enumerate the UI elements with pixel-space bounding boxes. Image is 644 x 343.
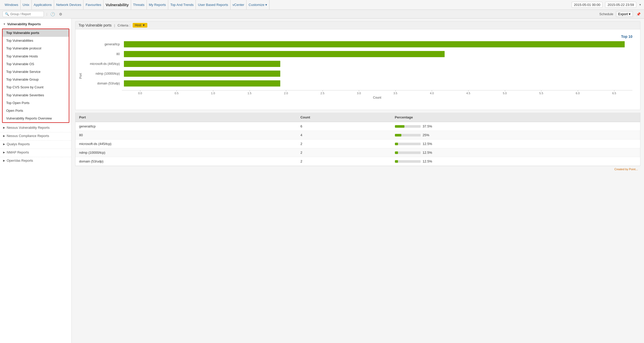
cell-count: 4 — [297, 131, 391, 140]
nav-item-favourites[interactable]: Favourites — [83, 0, 104, 10]
sidebar-item-top-vulnerable-group[interactable]: Top Vulnerable Group — [3, 76, 69, 83]
sidebar-section-nessus-vulnerability-reports[interactable]: ▶Nessus Vulnerability Reports — [0, 124, 71, 131]
pct-bar-cell: 37.5% — [395, 124, 637, 128]
created-by: Created by Point... — [75, 166, 640, 172]
cell-port: 80 — [75, 131, 297, 140]
nav-item-my-reports[interactable]: My Reports — [147, 0, 168, 10]
cell-percentage: 25% — [391, 131, 640, 140]
top10-label: Top 10 — [81, 35, 632, 39]
nav-item-user-based-reports[interactable]: User Based Reports — [196, 0, 230, 10]
bar-label: general/tcp — [82, 42, 122, 46]
x-tick: 0.5 — [158, 92, 195, 95]
top-navigation: WindowsUnixApplicationsNetwork DevicesFa… — [0, 0, 644, 10]
pct-bar-cell: 12.5% — [395, 142, 637, 146]
nav-item-threats[interactable]: Threats — [131, 0, 147, 10]
pin-icon[interactable]: 📌 — [635, 12, 641, 16]
right-actions: Schedule Export ▾ 📌 — [599, 11, 641, 17]
sidebar-item-top-vulnerable-os[interactable]: Top Vulnerable OS — [3, 60, 69, 68]
x-tick: 3.0 — [341, 92, 377, 95]
bar-row: domain (53/udp) — [122, 80, 632, 87]
data-table: PortCountPercentage general/tcp6 37.5% 8… — [75, 113, 640, 166]
bar-label: 80 — [82, 52, 122, 56]
nav-item-top-and-trends[interactable]: Top And Trends — [168, 0, 196, 10]
sidebar-section-qualys-reports[interactable]: ▶Qualys Reports — [0, 140, 71, 148]
nav-item-unix[interactable]: Unix — [21, 0, 32, 10]
table-row: domain (53/udp)2 12.5% — [75, 157, 640, 166]
sidebar-section-openvas-reports[interactable]: ▶OpenVas Reports — [0, 157, 71, 164]
nav-item-customize-▾[interactable]: Customize ▾ — [247, 0, 269, 10]
x-axis-label: Count — [122, 96, 632, 99]
sidebar-section-nmap-reports[interactable]: ▶NMAP Reports — [0, 149, 71, 156]
date-start[interactable]: 2015-05-01 00:00 — [572, 2, 603, 8]
nav-item-vcenter[interactable]: vCenter — [231, 0, 247, 10]
chart-grid: general/tcp 80 microsoft-ds (445/tcp) nd… — [122, 41, 632, 87]
clock-icon[interactable]: 🕐 — [50, 12, 56, 16]
nav-item-vulnerability[interactable]: Vulnerability — [104, 0, 131, 10]
toggle-icon: ▼ — [3, 23, 6, 25]
search-box[interactable]: 🔍 — [3, 11, 44, 17]
schedule-button[interactable]: Schedule — [599, 12, 613, 16]
vulnerability-reports-group: ▼ Vulnerability Reports Top Vulnerable p… — [0, 21, 71, 123]
sidebar-item-top-vulnerable-ports[interactable]: Top Vulnerable ports — [3, 29, 69, 37]
search-icon: 🔍 — [5, 12, 9, 16]
search-input[interactable] — [10, 12, 41, 16]
sidebar-item-top-vulnerable-severities[interactable]: Top Vulnerable Severities — [3, 91, 69, 99]
table-header-percentage: Percentage — [391, 113, 640, 122]
cell-port: ndmp (10000/tcp) — [75, 148, 297, 157]
datetime-dropdown-arrow[interactable]: ▼ — [639, 3, 641, 6]
bar-track — [124, 51, 632, 57]
toggle-icon: ▶ — [3, 134, 5, 137]
pct-bar-fill — [395, 151, 398, 154]
bar-fill — [124, 80, 280, 87]
bar-fill — [124, 41, 625, 47]
x-tick: 1.5 — [231, 92, 268, 95]
table-row: ndmp (10000/tcp)2 12.5% — [75, 148, 640, 157]
x-tick: 4.5 — [450, 92, 487, 95]
sidebar-item-top-vulnerable-service[interactable]: Top Vulnerable Service — [3, 68, 69, 76]
sidebar-item-top-vulnerable-hosts[interactable]: Top Vulnerable Hosts — [3, 53, 69, 60]
vulnerability-reports-list: Top Vulnerable portsTop VulnerabilitiesT… — [2, 29, 69, 123]
chart-section: Top 10 Port general/tcp 80 microsoft-ds … — [75, 29, 640, 110]
sidebar-item-open-ports[interactable]: Open Ports — [3, 107, 69, 115]
export-button[interactable]: Export ▾ — [616, 11, 633, 17]
criteria-value-button[interactable]: Host ▼ — [133, 23, 147, 28]
section-label: Nessus Compliance Reports — [7, 134, 49, 138]
sidebar-item-top-vulnerable-protocol[interactable]: Top Vulnerable protocol — [3, 45, 69, 52]
data-table-section: PortCountPercentage general/tcp6 37.5% 8… — [75, 113, 640, 166]
pct-text: 12.5% — [423, 159, 432, 163]
bar-row: general/tcp — [122, 41, 632, 47]
nav-item-network-devices[interactable]: Network Devices — [54, 0, 84, 10]
pct-text: 12.5% — [423, 151, 432, 155]
pct-bar-track — [395, 160, 421, 163]
x-tick: 4.0 — [414, 92, 450, 95]
sidebar-item-top-open-ports[interactable]: Top Open Ports — [3, 99, 69, 107]
sidebar-item-vulnerability-reports-overview[interactable]: Vulnerability Reports Overview — [3, 115, 69, 122]
nav-item-applications[interactable]: Applications — [32, 0, 54, 10]
sidebar-item-top-cvs-score-by-count[interactable]: Top CVS Score by Count — [3, 83, 69, 91]
cell-percentage: 12.5% — [391, 157, 640, 166]
cell-count: 2 — [297, 148, 391, 157]
cell-port: general/tcp — [75, 122, 297, 131]
sidebar-item-top-vulnerabilities[interactable]: Top Vulnerabilities — [3, 37, 69, 45]
pct-bar-track — [395, 134, 421, 136]
toggle-icon: ▶ — [3, 143, 5, 145]
criteria-label: Criteria : — [117, 23, 130, 27]
separator: | — [114, 23, 115, 27]
pct-bar-fill — [395, 160, 398, 163]
x-tick: 5.5 — [523, 92, 560, 95]
table-header: PortCountPercentage — [75, 113, 640, 122]
sidebar-section-nessus-compliance-reports[interactable]: ▶Nessus Compliance Reports — [0, 132, 71, 139]
table-header-port: Port — [75, 113, 297, 122]
cell-count: 6 — [297, 122, 391, 131]
vulnerability-reports-header[interactable]: ▼ Vulnerability Reports — [0, 21, 71, 28]
gear-icon[interactable]: ⚙ — [58, 12, 63, 16]
pct-bar-fill — [395, 143, 398, 145]
x-tick: 2.5 — [304, 92, 341, 95]
nav-item-windows[interactable]: Windows — [3, 0, 21, 10]
date-end[interactable]: 2015-05-22 23:59 — [605, 2, 636, 8]
report-title: Top Vulnerable ports — [79, 23, 112, 27]
bar-fill — [124, 71, 280, 77]
cell-port: microsoft-ds (445/tcp) — [75, 140, 297, 148]
nav-links: WindowsUnixApplicationsNetwork DevicesFa… — [3, 0, 269, 10]
bar-fill — [124, 51, 445, 57]
